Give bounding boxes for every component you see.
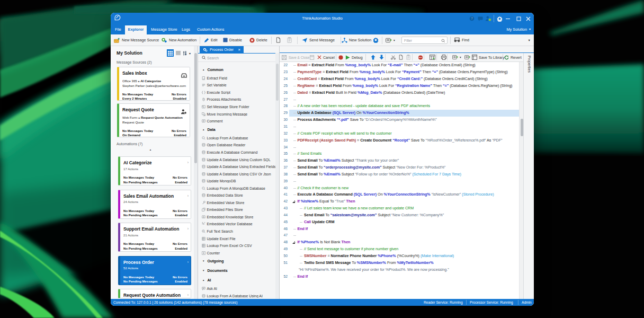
svg-text:?: ? bbox=[471, 16, 473, 20]
